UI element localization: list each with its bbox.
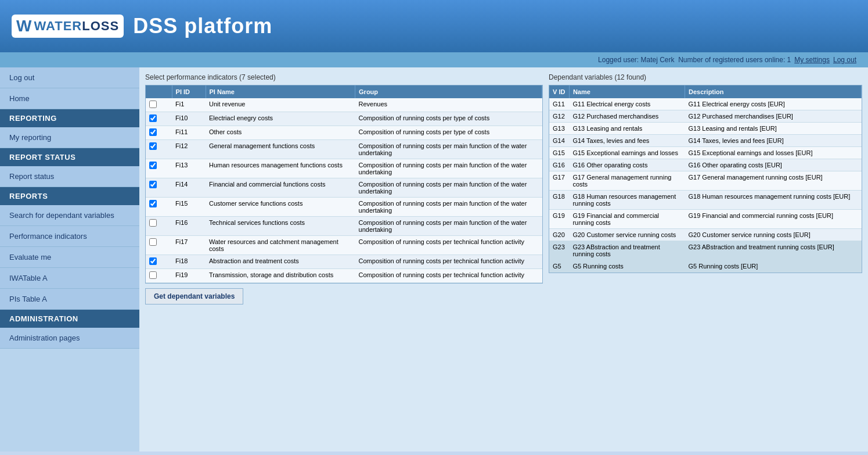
pi-name-cell: Unit revenue xyxy=(206,98,355,112)
log-out-top-link[interactable]: Log out xyxy=(833,56,856,64)
logo: W WATERLOSS xyxy=(12,15,124,38)
sidebar-item-administration-pages[interactable]: Administration pages xyxy=(0,328,139,349)
top-bar: Logged user: Matej Cerk Number of regist… xyxy=(0,52,868,67)
dv-vid-cell: G15 xyxy=(549,147,569,159)
dv-vid-cell: G11 xyxy=(549,98,569,110)
table-row: Fi1Unit revenueRevenues xyxy=(146,98,542,112)
pi-checkbox-cell[interactable] xyxy=(146,159,172,178)
table-row: Fi12General management functions costsCo… xyxy=(146,140,542,159)
pi-checkbox[interactable] xyxy=(149,142,157,150)
pi-name-cell: Water resources and catchment management… xyxy=(206,236,355,255)
sidebar-item-iwatable-a[interactable]: IWATable A xyxy=(0,268,139,289)
table-row: G5G5 Running costsG5 Running costs [EUR] xyxy=(549,260,862,273)
pi-checkbox[interactable] xyxy=(149,219,157,227)
dv-desc-cell: G12 Purchased merchandises [EUR] xyxy=(685,110,862,123)
dv-desc-cell: G15 Exceptional earnings and losses [EUR… xyxy=(685,147,862,159)
table-row: Fi19Transmission, storage and distributi… xyxy=(146,269,542,283)
my-settings-link[interactable]: My settings xyxy=(794,56,830,64)
dv-name-cell: G18 Human resources management running c… xyxy=(569,191,685,210)
sidebar-item-home[interactable]: Home xyxy=(0,88,139,109)
pi-group-cell: Composition of running costs per technic… xyxy=(355,236,542,255)
table-row: Fi10Electriacl enegry costsComposition o… xyxy=(146,112,542,126)
dv-vid-cell: G19 xyxy=(549,210,569,229)
pi-checkbox-cell[interactable] xyxy=(146,140,172,159)
sidebar-item-pis-table-a[interactable]: PIs Table A xyxy=(0,289,139,310)
sidebar: Log outHomeREPORTINGMy reportingREPORT S… xyxy=(0,67,139,452)
pi-col-header-3: Group xyxy=(355,85,542,98)
table-row: G16G16 Other oparating costsG16 Other op… xyxy=(549,159,862,171)
main-layout: Log outHomeREPORTINGMy reportingREPORT S… xyxy=(0,67,868,452)
pi-id-cell: Fi16 xyxy=(172,217,206,236)
sidebar-item-performance-indicators[interactable]: Performance indicators xyxy=(0,226,139,247)
pi-checkbox-cell[interactable] xyxy=(146,198,172,217)
pi-group-cell: Composition of running costs per main fu… xyxy=(355,140,542,159)
table-row: Fi14Financial and commercial functions c… xyxy=(146,178,542,198)
dv-name-cell: G19 Financial and commercial running cos… xyxy=(569,210,685,229)
table-row: G20G20 Customer service running costsG20… xyxy=(549,229,862,241)
pi-id-cell: Fi19 xyxy=(172,269,206,283)
two-panel: Select performance indicators (7 selecte… xyxy=(145,73,862,304)
dv-table: V IDNameDescriptionG11G11 Electrical ene… xyxy=(549,85,862,273)
pi-group-cell: Composition of running costs per main fu… xyxy=(355,159,542,178)
dv-name-cell: G16 Other oparating costs xyxy=(569,159,685,171)
pi-group-cell: Composition of running costs per main fu… xyxy=(355,178,542,198)
pi-id-cell: Fi15 xyxy=(172,198,206,217)
pi-id-cell: Fi1 xyxy=(172,98,206,112)
pi-id-cell: Fi17 xyxy=(172,236,206,255)
pi-group-cell: Composition of running costs per technic… xyxy=(355,255,542,269)
table-row: G19G19 Financial and commercial running … xyxy=(549,210,862,229)
dv-vid-cell: G13 xyxy=(549,123,569,135)
pi-group-cell: Composition of running costs per type of… xyxy=(355,112,542,126)
table-row: Fi18Abstraction and treatment costsCompo… xyxy=(146,255,542,269)
pi-checkbox-cell[interactable] xyxy=(146,178,172,198)
pi-checkbox-cell[interactable] xyxy=(146,236,172,255)
pi-checkbox[interactable] xyxy=(149,162,157,169)
table-row: G18G18 Human resources management runnin… xyxy=(549,191,862,210)
dv-vid-cell: G5 xyxy=(549,260,569,273)
pi-checkbox[interactable] xyxy=(149,200,157,207)
dv-vid-cell: G18 xyxy=(549,191,569,210)
dv-vid-cell: G16 xyxy=(549,159,569,171)
pi-checkbox[interactable] xyxy=(149,238,157,246)
dv-name-cell: G13 Leasing and rentals xyxy=(569,123,685,135)
table-row: Fi16Technical services functions costsCo… xyxy=(146,217,542,236)
pi-checkbox[interactable] xyxy=(149,271,157,279)
pi-checkbox[interactable] xyxy=(149,101,157,108)
dv-desc-cell: G13 Leasing and rentals [EUR] xyxy=(685,123,862,135)
table-row: G17G17 General management running costsG… xyxy=(549,171,862,191)
get-dependant-button[interactable]: Get dependant variables xyxy=(145,288,243,304)
pi-name-cell: Financial and commercial functions costs xyxy=(206,178,355,198)
pi-group-cell: Composition of running costs per technic… xyxy=(355,269,542,283)
sidebar-item-report-status[interactable]: Report status xyxy=(0,166,139,187)
pi-checkbox-cell[interactable] xyxy=(146,255,172,269)
pi-name-cell: General management functions costs xyxy=(206,140,355,159)
pi-checkbox[interactable] xyxy=(149,181,157,188)
table-row: G12G12 Purchased merchandisesG12 Purchas… xyxy=(549,110,862,123)
dv-col-header-0: V ID xyxy=(549,85,569,98)
pi-checkbox[interactable] xyxy=(149,257,157,265)
pi-checkbox-cell[interactable] xyxy=(146,269,172,283)
dv-desc-cell: G5 Running costs [EUR] xyxy=(685,260,862,273)
pi-name-cell: Technical services functions costs xyxy=(206,217,355,236)
pi-checkbox-cell[interactable] xyxy=(146,112,172,126)
pi-group-cell: Composition of running costs per main fu… xyxy=(355,217,542,236)
sidebar-section: REPORTING xyxy=(0,109,139,127)
pi-checkbox[interactable] xyxy=(149,114,157,122)
dv-vid-cell: G20 xyxy=(549,229,569,241)
dv-desc-cell: G17 General management running costs [EU… xyxy=(685,171,862,191)
dv-vid-cell: G17 xyxy=(549,171,569,191)
pi-checkbox-cell[interactable] xyxy=(146,217,172,236)
sidebar-item-search-for-dependant-variables[interactable]: Search for dependant variables xyxy=(0,205,139,226)
pi-checkbox-cell[interactable] xyxy=(146,98,172,112)
pi-checkbox[interactable] xyxy=(149,128,157,136)
sidebar-item-my-reporting[interactable]: My reporting xyxy=(0,127,139,148)
logo-w-icon: W xyxy=(16,17,31,35)
pi-checkbox-cell[interactable] xyxy=(146,126,172,140)
sidebar-item-log-out[interactable]: Log out xyxy=(0,67,139,88)
app-header: W WATERLOSS DSS platform xyxy=(0,0,868,52)
pi-group-cell: Revenues xyxy=(355,98,542,112)
pi-table: PI IDPI NameGroupFi1Unit revenueRevenues… xyxy=(146,85,542,283)
pi-name-cell: Transmission, storage and distribution c… xyxy=(206,269,355,283)
sidebar-item-evaluate-me[interactable]: Evaluate me xyxy=(0,247,139,268)
app-title: DSS platform xyxy=(133,14,272,38)
